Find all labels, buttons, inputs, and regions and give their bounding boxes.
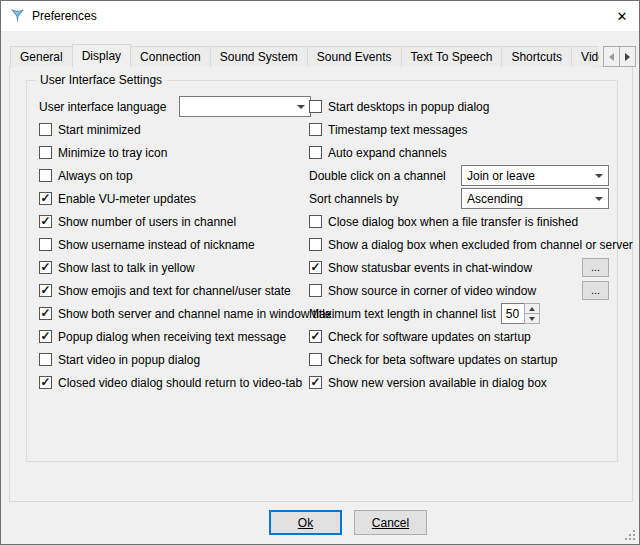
checkbox[interactable] (39, 261, 52, 274)
checkbox-label: Show source in corner of video window (328, 284, 536, 298)
checkbox[interactable] (39, 123, 52, 136)
right-column: Start desktops in popup dialog Timestamp… (309, 95, 609, 394)
tab-text-to-speech[interactable]: Text To Speech (401, 46, 503, 67)
checkbox-label: Show emojis and text for channel/user st… (58, 284, 291, 298)
checkbox-row-new-version-dialog[interactable]: Show new version available in dialog box (309, 371, 609, 394)
checkbox-row-window-title-names[interactable]: Show both server and channel name in win… (39, 302, 311, 325)
checkbox-row-vu-meter-updates[interactable]: Enable VU-meter updates (39, 187, 311, 210)
checkbox-row-auto-expand-channels[interactable]: Auto expand channels (309, 141, 609, 164)
checkbox[interactable] (309, 284, 322, 297)
checkbox-label: Start minimized (58, 123, 141, 137)
checkbox[interactable] (39, 238, 52, 251)
language-label: User interface language (39, 100, 166, 114)
checkbox-row-excluded-dialog[interactable]: Show a dialog box when excluded from cha… (309, 233, 609, 256)
tab-scroll-left-button[interactable] (603, 46, 620, 67)
tab-video[interactable]: Video (571, 46, 599, 67)
chevron-down-icon (590, 174, 608, 178)
double-click-value: Join or leave (467, 169, 590, 183)
checkbox-label: Show statusbar events in chat-window (328, 261, 532, 275)
checkbox[interactable] (309, 100, 322, 113)
checkbox-row-show-user-count[interactable]: Show number of users in channel (39, 210, 311, 233)
checkbox-row-statusbar-events[interactable]: Show statusbar events in chat-window ... (309, 256, 609, 279)
user-interface-settings-group: User Interface Settings User interface l… (26, 80, 618, 462)
checkbox-row-show-username[interactable]: Show username instead of nickname (39, 233, 311, 256)
statusbar-events-more-button[interactable]: ... (582, 258, 609, 277)
tab-scroll-right-button[interactable] (619, 46, 636, 67)
checkbox[interactable] (309, 146, 322, 159)
checkbox[interactable] (39, 146, 52, 159)
checkbox-row-video-return-tab[interactable]: Closed video dialog should return to vid… (39, 371, 311, 394)
checkbox[interactable] (39, 169, 52, 182)
tab-bar: General Display Connection Sound System … (10, 44, 599, 67)
checkbox-row-video-source-corner[interactable]: Show source in corner of video window ..… (309, 279, 609, 302)
tab-scroll-control (603, 46, 636, 67)
tab-display[interactable]: Display (72, 44, 131, 67)
checkbox-row-show-emojis[interactable]: Show emojis and text for channel/user st… (39, 279, 311, 302)
tab-sound-system[interactable]: Sound System (210, 46, 308, 67)
checkbox-label: Show a dialog box when excluded from cha… (328, 238, 633, 252)
checkbox[interactable] (309, 215, 322, 228)
checkbox-label: Timestamp text messages (328, 123, 468, 137)
arrow-right-icon (625, 53, 630, 61)
tab-connection[interactable]: Connection (130, 46, 211, 67)
checkbox[interactable] (39, 353, 52, 366)
checkbox-row-timestamp-messages[interactable]: Timestamp text messages (309, 118, 609, 141)
checkbox-label: Show last to talk in yellow (58, 261, 195, 275)
checkbox[interactable] (309, 238, 322, 251)
sort-channels-dropdown[interactable]: Ascending (461, 188, 609, 209)
language-dropdown[interactable] (179, 96, 311, 117)
checkbox[interactable] (309, 330, 322, 343)
checkbox[interactable] (39, 307, 52, 320)
video-source-more-button[interactable]: ... (582, 281, 609, 300)
checkbox-row-start-minimized[interactable]: Start minimized (39, 118, 311, 141)
checkbox-row-software-updates[interactable]: Check for software updates on startup (309, 325, 609, 348)
spinner-buttons (524, 303, 540, 324)
tab-sound-events[interactable]: Sound Events (307, 46, 402, 67)
double-click-label: Double click on a channel (309, 169, 446, 183)
app-icon (9, 8, 25, 24)
checkbox[interactable] (39, 192, 52, 205)
close-icon[interactable]: ✕ (605, 1, 639, 31)
checkbox-label: Auto expand channels (328, 146, 447, 160)
checkbox[interactable] (309, 376, 322, 389)
sort-channels-row: Sort channels by Ascending (309, 187, 609, 210)
checkbox-row-always-on-top[interactable]: Always on top (39, 164, 311, 187)
max-text-length-spinner[interactable]: 50 (501, 303, 540, 324)
arrow-up-icon (529, 307, 535, 311)
checkbox-label: Close dialog box when a file transfer is… (328, 215, 578, 229)
checkbox[interactable] (39, 215, 52, 228)
checkbox-label: Closed video dialog should return to vid… (58, 376, 302, 390)
checkbox-label: Show username instead of nickname (58, 238, 255, 252)
checkbox-row-last-talk-yellow[interactable]: Show last to talk in yellow (39, 256, 311, 279)
ok-button-label: Ok (298, 516, 313, 530)
checkbox-row-minimize-to-tray[interactable]: Minimize to tray icon (39, 141, 311, 164)
checkbox[interactable] (39, 330, 52, 343)
double-click-dropdown[interactable]: Join or leave (461, 165, 609, 186)
checkbox-row-desktops-popup[interactable]: Start desktops in popup dialog (309, 95, 609, 118)
preferences-dialog: { "window": { "title": "Preferences", "c… (0, 0, 640, 545)
arrow-left-icon (609, 53, 614, 61)
cancel-button[interactable]: Cancel (354, 510, 427, 535)
checkbox-label: Start video in popup dialog (58, 353, 200, 367)
tab-shortcuts[interactable]: Shortcuts (501, 46, 572, 67)
checkbox-row-popup-text-message[interactable]: Popup dialog when receiving text message (39, 325, 311, 348)
checkbox-row-close-on-transfer[interactable]: Close dialog box when a file transfer is… (309, 210, 609, 233)
checkbox[interactable] (309, 123, 322, 136)
tab-general[interactable]: General (10, 46, 73, 67)
checkbox-label: Start desktops in popup dialog (328, 100, 489, 114)
spinner-value[interactable]: 50 (501, 303, 525, 324)
max-text-length-label: Maximum text length in channel list (309, 307, 496, 321)
checkbox-label: Check for beta software updates on start… (328, 353, 557, 367)
double-click-row: Double click on a channel Join or leave (309, 164, 609, 187)
resize-grip-icon[interactable] (624, 529, 636, 541)
checkbox[interactable] (39, 376, 52, 389)
ok-button[interactable]: Ok (269, 510, 342, 535)
checkbox-label: Show both server and channel name in win… (58, 307, 332, 321)
checkbox[interactable] (309, 353, 322, 366)
checkbox[interactable] (39, 284, 52, 297)
checkbox[interactable] (309, 261, 322, 274)
checkbox-row-beta-updates[interactable]: Check for beta software updates on start… (309, 348, 609, 371)
spinner-down-button[interactable] (524, 313, 540, 324)
checkbox-label: Check for software updates on startup (328, 330, 531, 344)
checkbox-row-video-popup[interactable]: Start video in popup dialog (39, 348, 311, 371)
